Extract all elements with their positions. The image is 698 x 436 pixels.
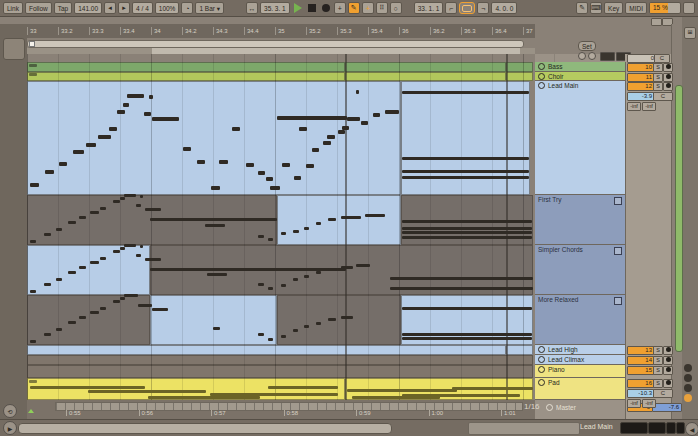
- midi-note[interactable]: [183, 147, 191, 151]
- midi-note[interactable]: [299, 127, 307, 131]
- midi-note[interactable]: [328, 268, 336, 271]
- midi-note[interactable]: [338, 130, 345, 134]
- midi-note[interactable]: [373, 113, 380, 117]
- midi-note[interactable]: [79, 266, 86, 269]
- midi-note[interactable]: [281, 284, 286, 287]
- midi-note[interactable]: [304, 227, 309, 230]
- midi-note[interactable]: [390, 277, 533, 280]
- track-number-box[interactable]: 13: [627, 346, 655, 355]
- midi-note[interactable]: [258, 235, 264, 238]
- midi-clip[interactable]: [27, 355, 533, 365]
- track-activator-icon[interactable]: [538, 82, 545, 89]
- midi-note[interactable]: [258, 283, 264, 286]
- midi-clip[interactable]: [277, 195, 401, 245]
- track-activator-icon[interactable]: [538, 356, 545, 363]
- midi-note[interactable]: [258, 333, 264, 336]
- arm-button[interactable]: [663, 82, 673, 91]
- midi-clip[interactable]: [27, 345, 506, 355]
- midi-note[interactable]: [293, 278, 298, 281]
- midi-note[interactable]: [246, 163, 254, 167]
- midi-note[interactable]: [341, 266, 353, 269]
- midi-note[interactable]: [402, 170, 529, 173]
- track-number-box[interactable]: 15: [627, 366, 655, 375]
- midi-note[interactable]: [316, 271, 321, 274]
- midi-note[interactable]: [68, 321, 76, 324]
- midi-note[interactable]: [402, 333, 532, 336]
- show-hide-panel-button[interactable]: ◀: [685, 422, 698, 436]
- track-header-lead-high[interactable]: Lead High: [535, 345, 625, 355]
- send-a-field[interactable]: -inf: [627, 399, 641, 408]
- midi-note[interactable]: [124, 294, 138, 297]
- midi-note[interactable]: [268, 238, 273, 241]
- midi-note[interactable]: [277, 116, 347, 120]
- master-activator-icon[interactable]: [546, 404, 553, 411]
- volume-field[interactable]: -3.9: [627, 92, 655, 101]
- vertical-scrollbar[interactable]: [675, 85, 683, 352]
- pan-field[interactable]: C: [653, 389, 673, 398]
- midi-note[interactable]: [342, 126, 349, 130]
- midi-clip[interactable]: [345, 72, 506, 82]
- track-activator-icon[interactable]: [538, 346, 545, 353]
- track-number-box[interactable]: 16: [627, 379, 655, 388]
- track-header-simpler-chords[interactable]: Simpler Chords: [535, 245, 625, 295]
- track-activator-icon[interactable]: [538, 379, 545, 386]
- track-number-box[interactable]: 12: [627, 82, 655, 91]
- midi-note[interactable]: [385, 110, 399, 114]
- midi-clip[interactable]: [506, 345, 533, 355]
- send-b-field[interactable]: -inf: [642, 399, 656, 408]
- solo-button[interactable]: S: [653, 379, 663, 388]
- track-header-pad[interactable]: Pad: [535, 378, 625, 401]
- midi-note[interactable]: [266, 177, 273, 181]
- midi-note[interactable]: [402, 91, 529, 94]
- track-activator-icon[interactable]: [538, 63, 545, 70]
- midi-note[interactable]: [127, 94, 144, 98]
- midi-note[interactable]: [149, 95, 153, 99]
- midi-clip[interactable]: [345, 62, 506, 72]
- midi-note[interactable]: [316, 222, 321, 225]
- midi-note[interactable]: [120, 297, 125, 300]
- midi-note[interactable]: [120, 247, 125, 250]
- horizontal-zoom-scrollbar[interactable]: [18, 423, 392, 434]
- midi-note[interactable]: [30, 240, 36, 243]
- midi-note[interactable]: [258, 171, 265, 175]
- midi-note[interactable]: [90, 261, 99, 264]
- midi-note[interactable]: [219, 160, 228, 164]
- midi-note[interactable]: [312, 148, 319, 152]
- midi-note[interactable]: [100, 257, 106, 260]
- solo-cue-button[interactable]: [684, 384, 692, 392]
- midi-note[interactable]: [304, 325, 309, 328]
- midi-note[interactable]: [293, 329, 298, 332]
- midi-note[interactable]: [211, 186, 220, 190]
- take-lane-monitor-icon[interactable]: [614, 247, 622, 255]
- track-number-box[interactable]: 14: [627, 356, 655, 365]
- midi-note[interactable]: [44, 233, 51, 236]
- midi-note[interactable]: [123, 103, 129, 107]
- midi-note[interactable]: [402, 236, 532, 239]
- midi-note[interactable]: [232, 127, 240, 131]
- midi-note[interactable]: [113, 250, 120, 253]
- midi-note[interactable]: [341, 216, 361, 219]
- midi-note[interactable]: [109, 127, 117, 131]
- monitor-orange-button[interactable]: [684, 394, 692, 402]
- midi-note[interactable]: [402, 307, 532, 310]
- clip-overview-button[interactable]: ⊞: [684, 27, 696, 39]
- midi-note[interactable]: [56, 328, 62, 331]
- midi-note[interactable]: [100, 207, 106, 210]
- midi-note[interactable]: [79, 316, 86, 319]
- midi-note[interactable]: [117, 110, 125, 114]
- midi-note[interactable]: [402, 227, 532, 230]
- midi-note[interactable]: [140, 245, 143, 248]
- midi-note[interactable]: [124, 244, 136, 247]
- midi-note[interactable]: [56, 278, 62, 281]
- midi-note[interactable]: [327, 135, 335, 139]
- midi-note[interactable]: [140, 195, 143, 198]
- midi-note[interactable]: [402, 220, 532, 223]
- loop-toggle-mini-button[interactable]: ⟲: [3, 404, 17, 418]
- midi-note[interactable]: [88, 390, 206, 393]
- midi-note[interactable]: [304, 275, 309, 278]
- midi-note[interactable]: [323, 141, 331, 145]
- midi-note[interactable]: [124, 194, 136, 197]
- midi-note[interactable]: [152, 308, 168, 311]
- master-track-header[interactable]: Master: [543, 404, 576, 411]
- midi-note[interactable]: [68, 271, 76, 274]
